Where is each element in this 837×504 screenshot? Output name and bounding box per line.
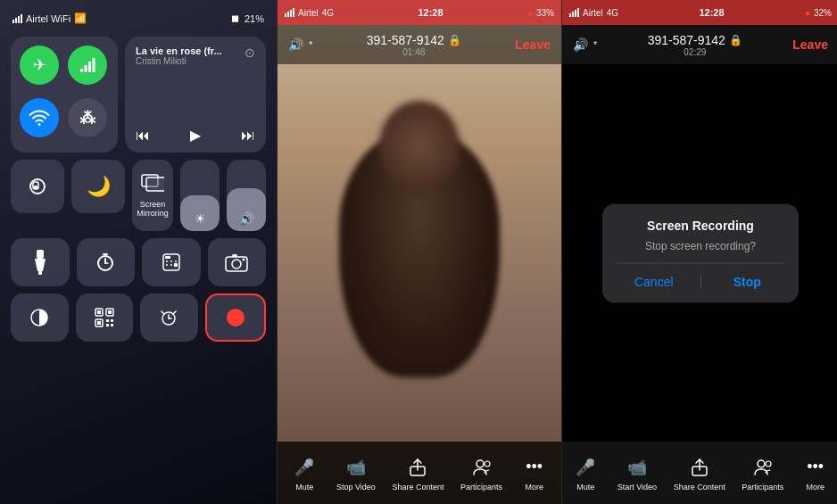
- signal-bars-icon: [285, 8, 294, 17]
- rec-participants-button[interactable]: Participants: [742, 455, 783, 492]
- ft-call-number: 391-587-9142 🔒: [367, 33, 461, 47]
- svg-point-18: [166, 260, 168, 262]
- rec-participants-icon: [748, 455, 778, 480]
- rec-more-button[interactable]: ••• More: [800, 455, 831, 492]
- ft-status-right: ● 33%: [527, 8, 554, 18]
- rec-network: 4G: [607, 8, 618, 18]
- ft-controls-bar: 🎤 Mute 📹 Stop Video Share Content: [278, 442, 561, 504]
- svg-rect-11: [38, 271, 42, 275]
- dark-screen-area: Screen Recording Stop screen recording? …: [562, 64, 837, 442]
- ft-stop-video-button[interactable]: 📹 Stop Video: [336, 455, 376, 492]
- svg-rect-8: [146, 178, 164, 191]
- svg-line-42: [162, 311, 164, 314]
- rec-leave-button[interactable]: Leave: [792, 37, 828, 52]
- bluetooth-button[interactable]: ⁂: [68, 98, 107, 137]
- svg-rect-17: [165, 256, 170, 259]
- ft-share-button[interactable]: Share Content: [392, 455, 443, 492]
- ft-participants-button[interactable]: Participants: [460, 455, 502, 492]
- svg-point-47: [485, 461, 490, 467]
- rec-bt-icon: *: [593, 39, 597, 50]
- svg-point-20: [175, 260, 177, 262]
- svg-rect-2: [88, 62, 91, 72]
- svg-rect-32: [108, 310, 112, 314]
- cc-connectivity-block: ✈ ⁂: [11, 37, 118, 153]
- cc-row1: ✈ ⁂: [11, 37, 266, 153]
- ft-status-bar: Airtel 4G 12:28 ● 33%: [278, 0, 561, 25]
- alarm-button[interactable]: [140, 293, 198, 342]
- ft-carrier: Airtel: [298, 8, 319, 18]
- svg-point-46: [477, 460, 484, 467]
- ft-status-left: Airtel 4G: [285, 8, 334, 18]
- share-icon: [402, 455, 433, 480]
- rec-start-video-button[interactable]: 📹 Start Video: [617, 455, 657, 492]
- rec-status-bar: Airtel 4G 12:28 ● 32%: [562, 0, 837, 25]
- signal-bars-icon: [12, 14, 22, 23]
- rec-status-left: Airtel 4G: [569, 8, 618, 18]
- recording-panel: Airtel 4G 12:28 ● 32% 🔊 * 391-587-9142 🔒…: [562, 0, 837, 504]
- screen-mirroring-button[interactable]: Screen Mirroring: [132, 160, 173, 231]
- brightness-slider[interactable]: ☀: [180, 160, 220, 231]
- signal-bars-icon: [569, 8, 579, 17]
- dialog-subtitle: Stop screen recording?: [645, 239, 756, 252]
- rec-mute-button[interactable]: 🎤 Mute: [570, 455, 601, 492]
- more-icon: •••: [519, 455, 550, 480]
- svg-rect-6: [34, 186, 37, 189]
- ft-audio-icon: 🔊: [288, 37, 303, 52]
- rec-more-icon: •••: [800, 455, 831, 480]
- dialog-title: Screen Recording: [647, 218, 754, 232]
- carrier-label: Airtel WiFi: [26, 13, 70, 24]
- rec-video-icon: 📹: [622, 455, 652, 480]
- music-title: La vie en rose (fr...: [136, 45, 222, 56]
- svg-point-27: [243, 259, 245, 261]
- ft-call-bar: 🔊 * 391-587-9142 🔒 01:48 Leave: [278, 25, 561, 64]
- rec-share-label: Share Content: [674, 483, 725, 492]
- svg-rect-9: [37, 250, 44, 259]
- qr-scanner-button[interactable]: [76, 293, 134, 342]
- more-label: More: [525, 483, 543, 492]
- ft-leave-button[interactable]: Leave: [515, 37, 551, 52]
- airplane-mode-button[interactable]: ✈: [20, 45, 59, 85]
- facetime-panel: Airtel 4G 12:28 ● 33% 🔊 * 391-587-9142 🔒…: [278, 0, 561, 504]
- rec-time: 12:28: [699, 7, 724, 18]
- rec-status-right: ● 32%: [805, 8, 832, 18]
- lock-rotation-button[interactable]: [11, 160, 64, 213]
- camera-button[interactable]: [208, 238, 267, 286]
- ft-call-left: 🔊 *: [288, 37, 312, 52]
- rec-bottom-bar: 🎤 Mute 📹 Start Video Share Content: [562, 442, 837, 504]
- rec-share-button[interactable]: Share Content: [674, 455, 725, 492]
- wifi-toggle-button[interactable]: [20, 98, 59, 137]
- rec-call-left: 🔊 *: [573, 37, 597, 52]
- svg-rect-35: [106, 319, 109, 322]
- rec-battery: 32%: [814, 8, 832, 18]
- ft-network: 4G: [322, 8, 334, 18]
- now-playing-block: La vie en rose (fr... Cristin Milioti ⊙ …: [125, 37, 266, 153]
- volume-slider[interactable]: 🔊: [227, 160, 266, 231]
- screen-recording-dialog: Screen Recording Stop screen recording? …: [602, 203, 799, 302]
- play-pause-button[interactable]: ▶: [190, 127, 201, 144]
- control-center-panel: Airtel WiFi 📶 ◼ 21% ✈: [0, 0, 277, 504]
- cc-row2: 🌙 Screen Mirroring ☀: [11, 160, 266, 231]
- rec-mute-label: Mute: [576, 483, 594, 492]
- battery-label: 21%: [244, 13, 264, 24]
- flashlight-button[interactable]: [11, 238, 70, 286]
- next-track-button[interactable]: ⏭: [241, 128, 255, 144]
- ft-call-duration: 01:48: [402, 47, 425, 57]
- participants-icon: [467, 455, 497, 480]
- video-person: [278, 0, 561, 504]
- ft-time: 12:28: [418, 7, 443, 18]
- ft-mute-button[interactable]: 🎤 Mute: [289, 455, 319, 492]
- rec-recording-indicator: ●: [805, 8, 810, 18]
- ft-more-button[interactable]: ••• More: [519, 455, 550, 492]
- calculator-button[interactable]: [142, 238, 201, 286]
- rec-start-video-label: Start Video: [617, 483, 657, 492]
- night-mode-button[interactable]: 🌙: [71, 160, 125, 213]
- prev-track-button[interactable]: ⏮: [136, 128, 150, 144]
- timer-button[interactable]: [77, 238, 136, 286]
- svg-marker-10: [35, 259, 46, 271]
- grayscale-button[interactable]: [11, 293, 69, 342]
- dialog-cancel-button[interactable]: Cancel: [617, 274, 692, 288]
- rec-lock-icon: 🔒: [729, 34, 742, 46]
- dialog-stop-button[interactable]: Stop: [710, 274, 785, 288]
- cellular-button[interactable]: [68, 45, 107, 85]
- screen-record-button[interactable]: [205, 293, 267, 342]
